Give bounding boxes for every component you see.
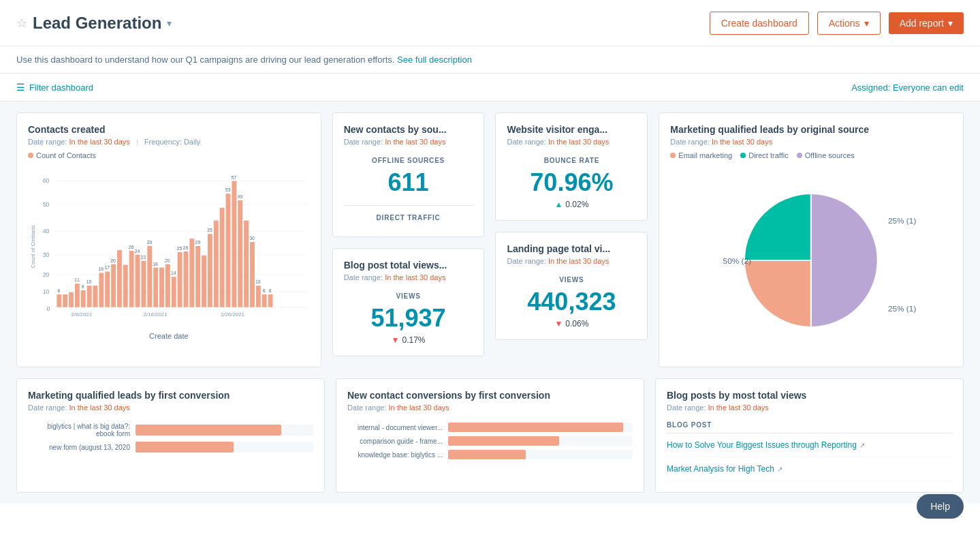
svg-rect-21 — [81, 290, 86, 307]
svg-text:10: 10 — [255, 279, 261, 284]
svg-text:25% (1): 25% (1) — [888, 304, 916, 314]
blog-views-metric: VIEWS 51,937 ▼ 0.17% — [344, 292, 473, 345]
svg-rect-28 — [105, 271, 110, 307]
svg-text:17: 17 — [104, 265, 110, 270]
blog-views-title: Blog post total views... — [344, 260, 473, 271]
mql-bar-track-2 — [136, 442, 313, 453]
svg-text:11: 11 — [74, 277, 80, 282]
external-link-icon-1: ↗ — [859, 442, 865, 449]
actions-dropdown-icon: ▾ — [864, 18, 869, 29]
website-visitor-subtitle: Date range: In the last 30 days — [507, 138, 636, 146]
svg-text:26: 26 — [129, 245, 134, 249]
blog-post-title-1: How to Solve Your Biggest Issues through… — [667, 440, 857, 450]
svg-rect-23 — [87, 286, 92, 307]
help-button[interactable]: Help — [917, 494, 964, 504]
bounce-rate-metric: BOUNCE RATE 70.96% ▲ 0.02% — [507, 157, 636, 209]
add-report-dropdown-icon: ▾ — [948, 18, 953, 29]
contacts-created-title: Contacts created — [28, 124, 310, 135]
contacts-bar-chart: 60 50 40 30 20 10 0 Count of Contacts — [28, 165, 310, 328]
assigned-section: Assigned: Everyone can edit — [851, 82, 964, 93]
bounce-delta-icon: ▲ — [554, 200, 563, 209]
svg-rect-70 — [256, 286, 261, 307]
pie-chart-area: 50% (2) 25% (1) 25% (1) — [670, 165, 952, 356]
svg-text:18: 18 — [153, 262, 158, 266]
offline-metric: OFFLINE SOURCES 611 — [344, 157, 473, 197]
blog-views-delta-value: 0.17% — [402, 335, 426, 345]
mql-bar-fill-2 — [136, 442, 234, 453]
svg-text:57: 57 — [232, 175, 237, 180]
landing-views-title: Landing page total vi... — [507, 243, 636, 254]
landing-delta-value: 0.06% — [565, 319, 588, 328]
x-axis-label: Create date — [28, 332, 310, 340]
direct-traffic-label: DIRECT TRAFFIC — [344, 214, 473, 221]
svg-text:22: 22 — [141, 255, 146, 260]
svg-text:8: 8 — [82, 284, 84, 289]
header-actions: Create dashboard Actions ▾ Add report ▾ — [710, 12, 964, 35]
legend-email: Email marketing — [670, 151, 732, 159]
legend-label: Count of Contacts — [36, 151, 96, 159]
legend-dot-email — [670, 153, 676, 158]
svg-rect-38 — [141, 261, 146, 307]
svg-text:60: 60 — [43, 177, 50, 184]
svg-rect-59 — [214, 221, 219, 307]
conv-fill-3 — [448, 450, 526, 459]
mql-legend: Email marketing Direct traffic Offline s… — [670, 151, 952, 159]
mql-bar-row: biglytics | what is big data?:ebook form — [28, 423, 313, 438]
svg-rect-67 — [244, 221, 249, 307]
mql-conversion-subtitle: Date range: In the last 30 days — [28, 403, 313, 412]
star-icon[interactable]: ☆ — [16, 16, 27, 31]
blog-post-link-1[interactable]: How to Solve Your Biggest Issues through… — [667, 433, 952, 457]
svg-text:40: 40 — [43, 228, 50, 234]
mql-source-subtitle: Date range: In the last 30 days — [670, 138, 952, 146]
conversions-title: New contact conversions by first convers… — [347, 390, 633, 401]
svg-text:Count of Contacts: Count of Contacts — [30, 225, 36, 268]
add-report-button[interactable]: Add report ▾ — [889, 12, 964, 34]
filter-dashboard-button[interactable]: ☰ Filter dashboard — [16, 82, 93, 93]
conv-track-2 — [448, 436, 633, 446]
title-dropdown-icon[interactable]: ▾ — [167, 18, 172, 29]
svg-rect-61 — [226, 194, 231, 307]
actions-button[interactable]: Actions ▾ — [817, 12, 881, 35]
conversions-subtitle: Date range: In the last 30 days — [347, 403, 633, 412]
blog-post-link-2[interactable]: Market Analysis for High Tech ↗ — [667, 457, 952, 481]
filter-icon: ☰ — [16, 82, 25, 93]
blog-post-title-2: Market Analysis for High Tech — [667, 464, 774, 474]
contacts-created-subtitle: Date range: In the last 30 days | Freque… — [28, 138, 310, 146]
conv-bar-row-1: internal - document viewer... — [347, 423, 633, 432]
create-dashboard-button[interactable]: Create dashboard — [710, 12, 809, 35]
see-full-description-link[interactable]: See full description — [397, 55, 472, 65]
svg-text:25% (1): 25% (1) — [888, 216, 916, 226]
svg-text:2/6/2021: 2/6/2021 — [71, 311, 92, 318]
svg-rect-33 — [123, 265, 128, 307]
conv-fill-1 — [448, 423, 623, 432]
svg-text:6: 6 — [263, 288, 266, 293]
svg-text:50% (2): 50% (2) — [723, 256, 751, 266]
svg-rect-49 — [178, 252, 183, 307]
svg-text:14: 14 — [171, 271, 176, 275]
blog-posts-subtitle: Date range: In the last 30 days — [667, 403, 952, 412]
mql-bar-label-1: biglytics | what is big data?:ebook form — [28, 423, 130, 438]
svg-text:25: 25 — [177, 246, 183, 251]
contacts-legend-item: Count of Contacts — [28, 151, 96, 159]
legend-dot-direct — [740, 153, 746, 158]
svg-rect-51 — [183, 251, 188, 307]
svg-rect-30 — [111, 264, 116, 307]
blog-posts-views-card: Blog posts by most total views Date rang… — [655, 378, 964, 493]
svg-rect-15 — [57, 294, 61, 307]
svg-rect-42 — [153, 268, 158, 307]
page-title: Lead Generation — [33, 14, 161, 33]
external-link-icon-2: ↗ — [777, 465, 783, 473]
blog-table-header: BLOG POST — [667, 417, 952, 433]
filter-label: Filter dashboard — [29, 82, 93, 93]
blog-posts-title: Blog posts by most total views — [667, 390, 952, 401]
blog-table: BLOG POST How to Solve Your Biggest Issu… — [667, 417, 952, 481]
mql-bar-label-2: new form (august 13, 2020 — [28, 444, 130, 451]
svg-rect-47 — [172, 277, 176, 307]
assigned-value[interactable]: Everyone can edit — [893, 82, 964, 93]
svg-rect-63 — [232, 181, 236, 307]
svg-rect-72 — [262, 294, 267, 307]
svg-rect-44 — [159, 268, 164, 307]
svg-text:2/26/2021: 2/26/2021 — [221, 311, 244, 318]
svg-text:10: 10 — [43, 288, 50, 295]
conv-fill-2 — [448, 436, 559, 446]
